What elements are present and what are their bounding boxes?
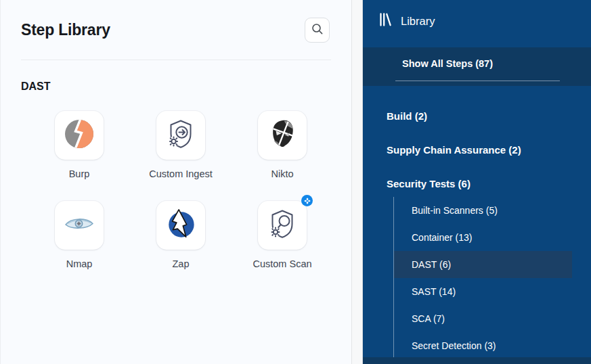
sidebar-item-container[interactable]: Container (13) xyxy=(394,224,572,251)
step-label: Custom Scan xyxy=(253,258,311,269)
sidebar-item-sast[interactable]: SAST (14) xyxy=(394,278,572,305)
step-grid: Burp Custom Ingest xyxy=(28,111,351,269)
show-all-steps-band: Show All Steps (87) xyxy=(363,47,591,86)
burp-icon xyxy=(64,118,95,152)
sidebar-item-built-in-scanners[interactable]: Built-in Scanners (5) xyxy=(394,197,572,224)
sidebar-item-dast[interactable]: DAST (6) xyxy=(394,251,572,278)
step-label: Nmap xyxy=(66,258,93,269)
step-card-nmap[interactable] xyxy=(55,201,104,250)
search-button[interactable] xyxy=(305,18,330,43)
page-title: Step Library xyxy=(21,21,110,39)
custom-ingest-icon xyxy=(166,118,196,152)
step-card-burp[interactable] xyxy=(55,111,104,160)
sidebar-bottom-band xyxy=(363,357,591,364)
sidebar-item-build[interactable]: Build (2) xyxy=(363,110,591,122)
show-all-steps-item[interactable]: Show All Steps (87) xyxy=(363,58,591,69)
step-card-custom-ingest[interactable] xyxy=(156,111,205,160)
library-sidebar: Library Show All Steps (87) Build (2) Su… xyxy=(363,0,591,364)
step-label: Zap xyxy=(173,258,190,269)
nmap-icon xyxy=(64,214,95,236)
step-card-custom-scan[interactable] xyxy=(258,201,307,250)
step-item-custom-ingest: Custom Ingest xyxy=(130,111,232,179)
sidebar-item-security-tests[interactable]: Security Tests (6) xyxy=(363,178,591,190)
step-item-custom-scan: Custom Scan xyxy=(232,201,333,269)
drag-badge-icon xyxy=(301,195,313,206)
sidebar-item-secret-detection[interactable]: Secret Detection (3) xyxy=(394,332,572,359)
library-icon xyxy=(379,13,392,29)
step-card-nikto[interactable] xyxy=(258,111,307,160)
sidebar-item-sca[interactable]: SCA (7) xyxy=(394,305,572,332)
step-item-nmap: Nmap xyxy=(28,201,130,269)
step-label: Nikto xyxy=(271,168,293,179)
sidebar-title: Library xyxy=(401,15,435,28)
sidebar-item-supply-chain-assurance[interactable]: Supply Chain Assurance (2) xyxy=(363,144,591,156)
nikto-icon xyxy=(268,118,297,152)
step-card-zap[interactable] xyxy=(156,201,205,250)
category-nav: Build (2) Supply Chain Assurance (2) Sec… xyxy=(363,86,591,359)
section-header-dast: DAST xyxy=(21,81,351,93)
custom-scan-icon xyxy=(267,208,297,242)
zap-icon xyxy=(165,208,196,242)
panel-gutter xyxy=(352,0,363,364)
step-label: Burp xyxy=(69,168,90,179)
step-label: Custom Ingest xyxy=(149,168,213,179)
show-all-divider xyxy=(395,81,560,81)
library-header: Library xyxy=(363,0,591,29)
step-library-header: Step Library xyxy=(1,0,351,43)
security-tests-sublist: Built-in Scanners (5) Container (13) DAS… xyxy=(393,197,572,359)
step-item-zap: Zap xyxy=(130,201,232,269)
step-item-nikto: Nikto xyxy=(232,111,333,179)
header-divider xyxy=(21,60,331,60)
step-item-burp: Burp xyxy=(28,111,130,179)
search-icon xyxy=(311,23,324,37)
step-library-panel: Step Library DAST xyxy=(0,0,352,364)
